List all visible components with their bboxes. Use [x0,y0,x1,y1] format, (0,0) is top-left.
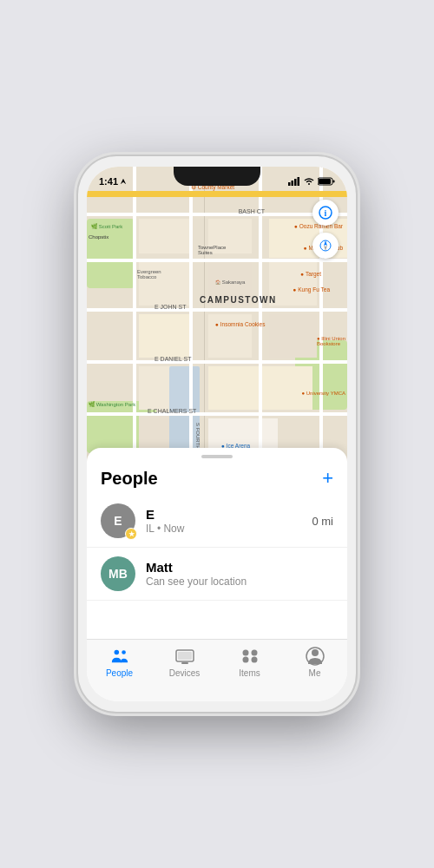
svg-point-20 [312,649,319,656]
items-tab-icon [240,647,260,666]
phone-screen: 1:41 [87,167,347,701]
street-label-daniel: E DANIEL ST [155,356,192,362]
map-area: E JOHN ST E DANIEL ST E CHALMERS ST ARMO… [87,167,347,479]
star-badge: ★ [125,528,137,540]
svg-rect-14 [181,662,188,664]
person-info-matt: Matt Can see your location [146,560,333,588]
poi-ymca: ● University YMCA [301,391,345,396]
svg-point-18 [242,657,248,663]
road-v2 [189,167,193,479]
map-info-button[interactable]: i [312,200,339,226]
panel-header: People + [87,458,347,495]
road-v1 [133,167,136,479]
svg-rect-3 [294,179,297,186]
devices-tab-label: Devices [169,668,201,678]
items-icon [240,648,260,665]
person-distance-e: 0 mi [312,515,333,528]
person-sub-matt: Can see your location [146,575,333,588]
bottom-panel: People + E ★ E IL • Now 0 mi MB [87,448,347,639]
road-h4 [87,360,347,364]
poi-insomnia: ● Insomnia Cookies [215,321,265,327]
block1 [139,219,191,253]
neighborhood-label: CAMPUSTOWN [200,295,277,305]
signal-icon [288,177,300,186]
tab-people[interactable]: People [87,647,152,678]
status-icons [288,177,335,186]
location-arrow-icon [120,178,127,185]
poi-towneplace: TownePlaceSuites [198,245,226,255]
poi-evergreen: EvergreenTobacco [137,269,161,279]
svg-rect-2 [292,181,294,186]
person-avatar-e: E ★ [101,503,135,538]
block9 [269,314,317,358]
road-h3 [87,308,347,312]
person-avatar-matt: MB [101,556,135,591]
info-icon: i [319,206,332,220]
poi-chopstix: Chopstix [89,234,108,240]
block7 [139,314,191,358]
add-person-button[interactable]: + [322,467,333,490]
road-h5 [87,412,347,416]
poi-sakanaya: 🏠 Sakanaya [215,279,245,285]
person-row-e[interactable]: E ★ E IL • Now 0 mi [87,495,347,548]
svg-point-11 [114,650,119,655]
poi-illini-bookstore: ● Illini UnionBookstore [317,336,345,346]
svg-point-19 [251,657,257,663]
poi-scott-park: 🌿 Scott Park [91,223,122,229]
items-tab-label: Items [239,668,260,678]
svg-point-17 [251,650,257,656]
svg-marker-0 [121,179,126,184]
person-name-matt: Matt [146,560,333,575]
me-tab-label: Me [309,668,321,678]
devices-icon [175,648,194,665]
tab-me[interactable]: Me [282,647,347,678]
map-location-button[interactable] [312,233,339,259]
person-sub-e: IL • Now [146,523,312,535]
notch [174,167,260,186]
people-icon [110,648,129,665]
svg-text:i: i [325,208,327,218]
person-name-e: E [146,507,312,522]
road-h2 [87,259,347,262]
person-info-e: E IL • Now [146,507,312,535]
svg-point-16 [242,650,248,656]
poi-washington: 🌿 Washington Park [89,401,135,407]
svg-rect-15 [178,652,192,660]
people-tab-icon [110,647,129,666]
tab-bar: People Devices [87,639,347,701]
wifi-icon [304,177,314,186]
street-label-bash: BASH CT [239,208,265,214]
people-tab-label: People [106,668,133,678]
status-time: 1:41 [99,176,127,187]
tab-devices[interactable]: Devices [152,647,217,678]
compass-icon [319,239,332,253]
panel-title: People [101,469,158,489]
major-road-h [87,191,347,197]
poi-kungfu: ● Kung Fu Tea [293,286,330,293]
battery-icon [318,177,335,186]
svg-rect-7 [319,179,331,184]
me-tab-icon [306,647,325,666]
poi-target: ● Target [300,271,321,277]
phone-frame: 1:41 [78,156,356,712]
devices-tab-icon [175,647,194,666]
person-row-matt[interactable]: MB Matt Can see your location [87,548,347,601]
tab-items[interactable]: Items [217,647,282,678]
me-icon [306,647,325,666]
park-area-scott [87,219,135,288]
street-label-chalmers: E CHALMERS ST [148,408,196,414]
road-h1 [87,213,347,216]
svg-rect-1 [288,182,291,186]
svg-point-12 [122,650,126,654]
svg-rect-6 [333,181,335,183]
street-label-john: E JOHN ST [155,304,187,310]
svg-rect-4 [298,177,300,186]
